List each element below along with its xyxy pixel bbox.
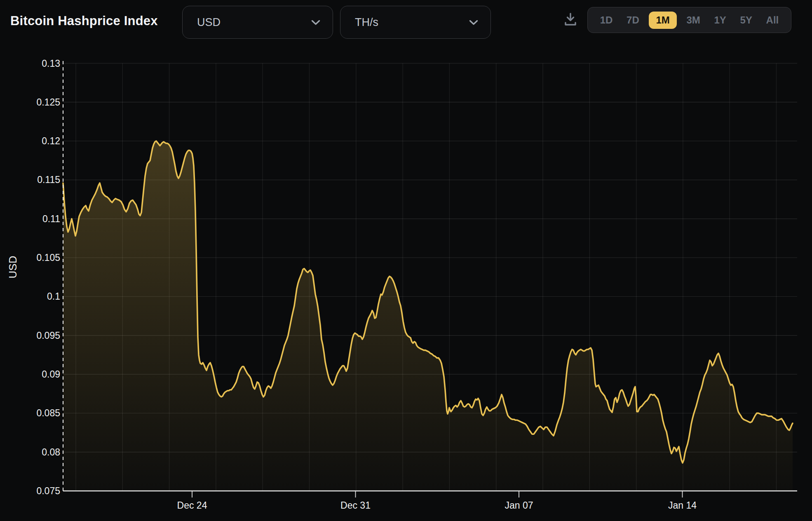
y-axis-tick-label: 0.075 [36,486,60,496]
y-axis-tick-label: 0.085 [36,408,60,418]
x-axis-tick-label: Jan 14 [668,500,697,511]
x-axis-tick-label: Dec 31 [340,500,371,511]
y-axis-tick-label: 0.125 [36,97,60,108]
y-axis-title: USD [7,256,19,279]
y-axis-tick-label: 0.1 [47,291,60,302]
x-axis-tick-label: Dec 24 [177,500,207,511]
y-axis-tick-label: 0.095 [36,330,60,341]
y-axis-tick-label: 0.11 [42,214,60,224]
y-axis-tick-label: 0.13 [42,58,60,69]
y-axis-tick-label: 0.105 [36,252,60,263]
y-axis-tick-label: 0.115 [37,174,60,185]
y-axis-tick-label: 0.09 [42,369,60,380]
x-axis-tick-label: Jan 07 [505,500,533,511]
y-axis-tick-label: 0.12 [42,136,60,146]
hashprice-chart[interactable]: 0.130.1250.120.1150.110.1050.10.0950.090… [0,0,812,521]
y-axis-tick-label: 0.08 [42,447,60,458]
